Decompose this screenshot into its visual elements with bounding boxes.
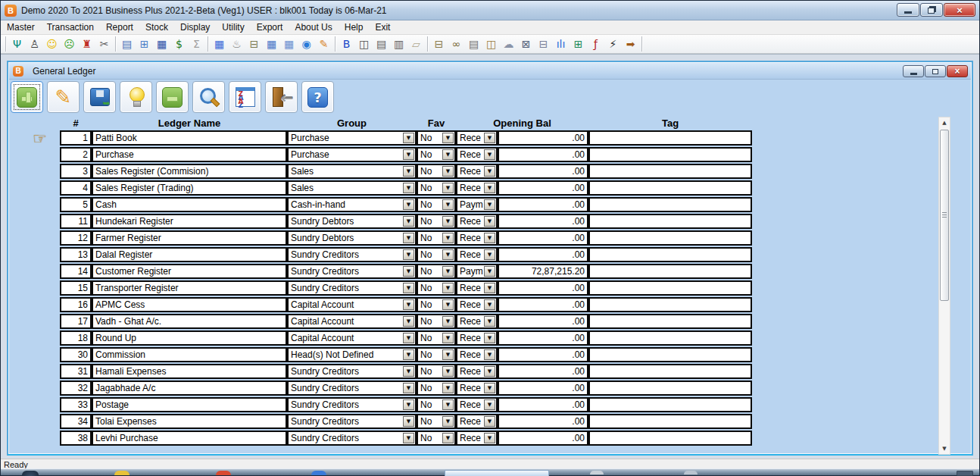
fav-select[interactable]: No ▼ [417,397,456,412]
type-select[interactable]: Rece ▼ [456,330,498,346]
comment-icon[interactable]: ☁ [500,36,517,52]
menu-item-master[interactable]: Master [1,20,41,34]
database-coins-icon[interactable]: ⊟ [245,36,263,52]
type-select[interactable]: Rece ▼ [456,414,498,429]
fav-select[interactable]: No ▼ [417,130,456,146]
help-button[interactable] [301,81,334,113]
menu-item-export[interactable]: Export [251,20,289,34]
taskbar[interactable] [1,468,979,475]
cell-number[interactable]: 15 [60,280,92,296]
cell-number[interactable]: 4 [60,180,92,196]
child-maximize-button[interactable] [925,65,946,77]
cell-tag[interactable] [588,297,752,312]
cell-opening-bal[interactable]: .00 [498,364,588,379]
cell-ledger-name[interactable]: Transporter Register [92,280,287,296]
type-select[interactable]: Rece ▼ [456,397,498,412]
cell-number[interactable]: 17 [60,314,92,329]
grid-blue-icon[interactable]: ▦ [211,36,228,52]
child-close-button[interactable]: × [947,65,968,77]
menu-item-help[interactable]: Help [339,20,370,34]
bold-icon[interactable]: B [338,36,355,52]
dropdown-arrow-icon[interactable]: ▼ [442,166,454,177]
cell-ledger-name[interactable]: Customer Register [92,264,287,279]
type-select[interactable]: Rece ▼ [456,364,498,379]
dropdown-arrow-icon[interactable]: ▼ [442,383,454,393]
cell-opening-bal[interactable]: .00 [498,431,588,446]
taskbar-active-item[interactable] [445,470,549,476]
group-select[interactable]: Cash-in-hand ▼ [287,197,417,212]
fav-select[interactable]: No ▼ [417,380,456,396]
edit-record-button[interactable] [47,81,80,113]
exit-door-icon[interactable]: ➡ [622,36,639,52]
type-select[interactable]: Rece ▼ [456,130,498,146]
sad-face-icon[interactable]: ☹ [61,36,78,52]
dropdown-arrow-icon[interactable]: ▼ [403,249,414,260]
dropdown-arrow-icon[interactable]: ▼ [403,233,414,243]
taskbar-item[interactable] [684,471,698,474]
fav-select[interactable]: No ▼ [417,180,456,196]
menu-item-transaction[interactable]: Transaction [41,20,100,34]
search-button[interactable] [192,81,225,113]
ledger-books-icon[interactable]: ◫ [482,36,500,52]
cell-number[interactable]: 16 [60,297,92,312]
fav-select[interactable]: No ▼ [417,347,456,362]
dropdown-arrow-icon[interactable]: ▼ [403,183,414,193]
dropdown-arrow-icon[interactable]: ▼ [403,199,414,210]
group-select[interactable]: Purchase ▼ [287,130,417,146]
menu-item-display[interactable]: Display [174,20,216,34]
fav-select[interactable]: No ▼ [417,197,456,212]
table-alt-icon[interactable]: ▦ [280,36,298,52]
dropdown-arrow-icon[interactable]: ▼ [442,133,454,143]
dropdown-arrow-icon[interactable]: ▼ [484,433,495,443]
cell-tag[interactable] [588,164,752,179]
dropdown-arrow-icon[interactable]: ▼ [484,366,495,377]
cell-opening-bal[interactable]: .00 [498,347,588,362]
dropdown-arrow-icon[interactable]: ▼ [442,249,454,260]
type-select[interactable]: Rece ▼ [456,164,498,179]
fav-select[interactable]: No ▼ [417,214,456,229]
dropdown-arrow-icon[interactable]: ▼ [484,383,495,393]
cell-number[interactable]: 14 [60,264,92,279]
dropdown-arrow-icon[interactable]: ▼ [484,216,495,227]
group-select[interactable]: Capital Account ▼ [287,314,417,329]
dropdown-arrow-icon[interactable]: ▼ [442,349,454,360]
dropdown-arrow-icon[interactable]: ▼ [403,316,414,327]
restore-button[interactable] [920,3,943,17]
cell-number[interactable]: 3 [60,164,92,179]
cell-opening-bal[interactable]: .00 [498,414,588,429]
cell-opening-bal[interactable]: .00 [498,130,588,146]
magician-icon[interactable]: ♙ [26,36,43,52]
cell-number[interactable]: 11 [60,214,92,229]
minimize-button[interactable] [897,3,919,17]
dropdown-arrow-icon[interactable]: ▼ [484,233,495,243]
taskbar-item[interactable] [311,471,326,475]
cell-tag[interactable] [588,147,752,162]
red-figure-icon[interactable]: ♜ [78,36,95,52]
type-select[interactable]: Rece ▼ [456,247,498,262]
cell-opening-bal[interactable]: .00 [498,214,588,229]
fav-select[interactable]: No ▼ [417,280,456,296]
cell-opening-bal[interactable]: .00 [498,314,588,329]
dropdown-arrow-icon[interactable]: ▼ [403,433,414,443]
cell-tag[interactable] [588,130,752,146]
type-select[interactable]: Rece ▼ [456,314,498,329]
type-select[interactable]: Paym ▼ [456,264,498,279]
dropdown-arrow-icon[interactable]: ▼ [442,366,454,377]
menu-item-report[interactable]: Report [100,20,139,34]
dropdown-arrow-icon[interactable]: ▼ [403,383,414,393]
cell-ledger-name[interactable]: Sales Register (Trading) [92,180,287,196]
cell-number[interactable]: 5 [60,197,92,212]
group-select[interactable]: Sales ▼ [287,180,417,196]
dropdown-arrow-icon[interactable]: ▼ [484,199,495,210]
dropdown-arrow-icon[interactable]: ▼ [403,133,414,143]
dropdown-arrow-icon[interactable]: ▼ [403,366,414,377]
dropdown-arrow-icon[interactable]: ▼ [484,299,495,310]
add-nodes-icon[interactable]: ⊞ [136,36,153,52]
group-select[interactable]: Sales ▼ [287,164,417,179]
cell-tag[interactable] [588,397,752,412]
cell-tag[interactable] [588,247,752,262]
group-select[interactable]: Capital Account ▼ [287,297,417,312]
cell-ledger-name[interactable]: Tolai Expenses [92,414,287,429]
cell-ledger-name[interactable]: Round Up [92,330,287,346]
menu-item-utility[interactable]: Utility [216,20,250,34]
